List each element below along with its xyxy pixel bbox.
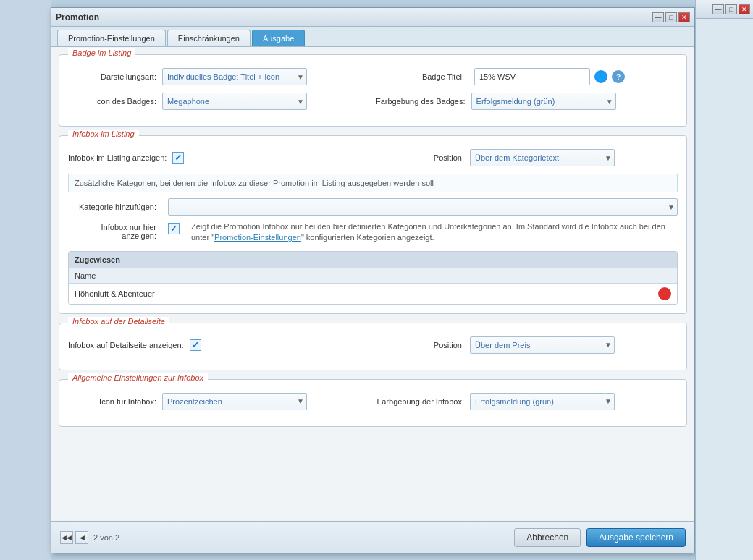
icon-infobox-select[interactable]: Prozentzeichen bbox=[162, 393, 307, 410]
badge-titel-input[interactable] bbox=[474, 68, 590, 85]
title-bar: Promotion — □ ✕ bbox=[51, 8, 694, 27]
tab-promotion-einstellungen[interactable]: Promotion-Einstellungen bbox=[57, 30, 166, 46]
farbgebung-infobox-select-wrap: Erfolgsmeldung (grün) ▼ bbox=[470, 393, 615, 410]
dialog-footer: ◀◀ ◀ 2 von 2 Abbrechen Ausgabe speichern bbox=[51, 521, 694, 553]
section-badge-im-listing: Badge im Listing Darstellungsart: Indivi… bbox=[59, 54, 687, 127]
row-name: Höhenluft & Abenteuer bbox=[75, 289, 658, 298]
dialog-content: Badge im Listing Darstellungsart: Indivi… bbox=[51, 47, 694, 517]
infobox-detail-position-label: Position: bbox=[376, 341, 470, 349]
infobox-detail-row1: Infobox auf Detailseite anzeigen: Positi… bbox=[68, 336, 678, 354]
kategorie-row: Kategorie hinzufügen: ▼ bbox=[68, 198, 678, 216]
infobox-position-label: Position: bbox=[376, 153, 470, 162]
infobox-nur-hier-desc: Zeigt die Promotion Infobox nur bei den … bbox=[191, 221, 678, 244]
section-badge-title: Badge im Listing bbox=[68, 48, 135, 57]
icon-infobox-label: Icon für Infobox: bbox=[68, 397, 162, 406]
right-close-button[interactable]: ✕ bbox=[739, 4, 750, 14]
badge-titel-label: Badge Titel: bbox=[376, 72, 470, 81]
remove-row-button[interactable]: − bbox=[658, 287, 671, 300]
infobox-position-col: Position: Über dem Kategorietext ▼ bbox=[376, 149, 678, 166]
farbgebung-badges-label: Farbgebung des Badges: bbox=[376, 97, 471, 106]
badge-row-2: Icon des Badges: Megaphone ▼ Farbgebung … bbox=[68, 93, 678, 110]
table-name-header: Name bbox=[69, 268, 677, 284]
icon-badges-select-wrap: Megaphone ▼ bbox=[162, 93, 307, 110]
infobox-detail-anzeigen-label: Infobox auf Detailseite anzeigen: bbox=[68, 341, 190, 349]
section-infobox-listing: Infobox im Listing Infobox im Listing an… bbox=[59, 135, 687, 314]
pagination-area: ◀◀ ◀ 2 von 2 bbox=[60, 531, 119, 544]
page-info: 2 von 2 bbox=[93, 533, 119, 542]
tab-einschraenkungen[interactable]: Einschränkungen bbox=[167, 30, 251, 46]
tabs-bar: Promotion-Einstellungen Einschränkungen … bbox=[51, 27, 694, 47]
darstellungsart-col: Darstellungsart: Individuelles Badge: Ti… bbox=[68, 68, 370, 85]
right-restore-button[interactable]: □ bbox=[725, 4, 737, 14]
right-side-panel: — □ ✕ bbox=[695, 0, 753, 560]
badge-section-body: Darstellungsart: Individuelles Badge: Ti… bbox=[59, 55, 686, 126]
left-panel bbox=[0, 0, 51, 560]
infobox-anzeigen-col: Infobox im Listing anzeigen: bbox=[68, 152, 370, 164]
infobox-detail-position-col: Position: Über dem Preis ▼ bbox=[376, 336, 678, 354]
farbgebung-infobox-select[interactable]: Erfolgsmeldung (grün) bbox=[470, 393, 615, 410]
infobox-nur-hier-row: Infobox nur hier anzeigen: Zeigt die Pro… bbox=[68, 221, 678, 244]
cancel-button[interactable]: Abbrechen bbox=[514, 528, 581, 547]
farbgebung-badges-select-wrap: Erfolgsmeldung (grün) ▼ bbox=[471, 93, 616, 110]
kategorie-select[interactable] bbox=[168, 198, 678, 216]
icon-infobox-col: Icon für Infobox: Prozentzeichen ▼ bbox=[68, 393, 370, 410]
section-infobox-detail-title: Infobox auf der Detailseite bbox=[68, 317, 169, 326]
minimize-button[interactable]: — bbox=[652, 12, 664, 22]
prev-page-button[interactable]: ◀ bbox=[75, 531, 88, 544]
first-page-button[interactable]: ◀◀ bbox=[60, 531, 73, 544]
farbgebung-badges-col: Farbgebung des Badges: Erfolgsmeldung (g… bbox=[376, 93, 678, 110]
save-button[interactable]: Ausgabe speichern bbox=[586, 528, 686, 547]
globe-icon[interactable]: 🌐 bbox=[594, 70, 607, 83]
icon-badges-select[interactable]: Megaphone bbox=[162, 93, 307, 110]
tab-ausgabe[interactable]: Ausgabe bbox=[252, 30, 305, 46]
badge-row-1: Darstellungsart: Individuelles Badge: Ti… bbox=[68, 68, 678, 85]
help-icon[interactable]: ? bbox=[612, 70, 625, 83]
table-row: Höhenluft & Abenteuer − bbox=[69, 284, 677, 304]
darstellungsart-label: Darstellungsart: bbox=[68, 72, 162, 81]
icon-badges-label: Icon des Badges: bbox=[68, 97, 162, 106]
infobox-note: Zusätzliche Kategorien, bei denen die In… bbox=[68, 174, 678, 192]
infobox-anzeigen-checkbox[interactable] bbox=[172, 152, 184, 164]
dialog-window: Promotion — □ ✕ Promotion-Einstellungen … bbox=[51, 7, 695, 553]
infobox-position-select[interactable]: Über dem Kategorietext bbox=[470, 149, 615, 166]
right-minimize-button[interactable]: — bbox=[712, 4, 724, 14]
farbgebung-infobox-label: Farbgebung der Infobox: bbox=[376, 397, 470, 406]
window-controls: — □ ✕ bbox=[652, 12, 690, 22]
section-allgemeine-einstellungen: Allgemeine Einstellungen zur Infobox Ico… bbox=[59, 379, 687, 427]
infobox-detail-body: Infobox auf Detailseite anzeigen: Positi… bbox=[59, 323, 686, 370]
badge-titel-col: Badge Titel: 🌐 ? bbox=[376, 68, 678, 85]
infobox-detail-anzeigen-col: Infobox auf Detailseite anzeigen: bbox=[68, 339, 370, 351]
infobox-listing-row1: Infobox im Listing anzeigen: Position: Ü… bbox=[68, 149, 678, 166]
infobox-detail-checkbox[interactable] bbox=[190, 339, 201, 351]
icon-infobox-select-wrap: Prozentzeichen ▼ bbox=[162, 393, 307, 410]
infobox-position-select-wrap: Über dem Kategorietext ▼ bbox=[470, 149, 615, 166]
darstellungsart-select[interactable]: Individuelles Badge: Titel + Icon bbox=[162, 68, 307, 85]
section-infobox-listing-title: Infobox im Listing bbox=[68, 130, 139, 138]
icon-badges-col: Icon des Badges: Megaphone ▼ bbox=[68, 93, 370, 110]
darstellungsart-select-wrap: Individuelles Badge: Titel + Icon ▼ bbox=[162, 68, 307, 85]
restore-button[interactable]: □ bbox=[665, 12, 677, 22]
section-allgemeine-title: Allgemeine Einstellungen zur Infobox bbox=[68, 373, 208, 382]
close-button[interactable]: ✕ bbox=[678, 12, 690, 22]
section-infobox-detailseite: Infobox auf der Detailseite Infobox auf … bbox=[59, 323, 687, 370]
infobox-detail-position-select-wrap: Über dem Preis ▼ bbox=[470, 336, 615, 354]
zugewiesen-table: Zugewiesen Name Höhenluft & Abenteuer − bbox=[68, 251, 678, 305]
allgemeine-body: Icon für Infobox: Prozentzeichen ▼ Farbg… bbox=[59, 380, 686, 426]
kategorie-label: Kategorie hinzufügen: bbox=[68, 203, 162, 211]
farbgebung-badges-select[interactable]: Erfolgsmeldung (grün) bbox=[471, 93, 616, 110]
infobox-nur-hier-label: Infobox nur hier anzeigen: bbox=[68, 221, 162, 240]
allgemeine-row1: Icon für Infobox: Prozentzeichen ▼ Farbg… bbox=[68, 393, 678, 410]
infobox-nur-hier-checkbox[interactable] bbox=[168, 223, 180, 234]
infobox-anzeigen-label: Infobox im Listing anzeigen: bbox=[68, 153, 172, 162]
farbgebung-infobox-col: Farbgebung der Infobox: Erfolgsmeldung (… bbox=[376, 393, 678, 410]
infobox-listing-body: Infobox im Listing anzeigen: Position: Ü… bbox=[59, 136, 686, 313]
kategorie-select-wrap: ▼ bbox=[168, 198, 678, 216]
dialog-title: Promotion bbox=[56, 12, 99, 22]
zugewiesen-header: Zugewiesen bbox=[69, 252, 677, 268]
infobox-detail-position-select[interactable]: Über dem Preis bbox=[470, 336, 615, 354]
